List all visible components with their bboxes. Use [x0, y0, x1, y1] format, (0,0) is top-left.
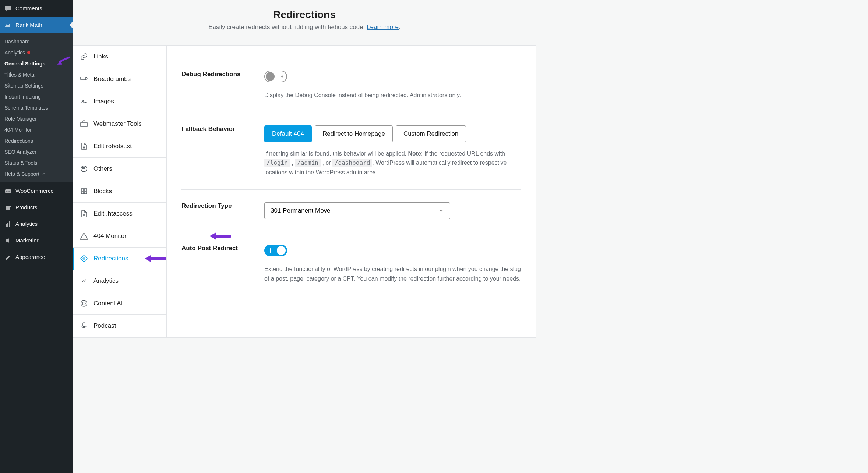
tab-label: Webmaster Tools [93, 120, 142, 128]
sidebar-subitem-label: Analytics [4, 50, 25, 56]
select-redirection-type[interactable]: 301 Permanent Move [264, 202, 450, 219]
sidebar-item-label: Products [15, 204, 37, 210]
field-fallback-behavior: Fallback Behavior Default 404 Redirect t… [181, 113, 521, 190]
tab-podcast[interactable]: Podcast [73, 315, 166, 337]
toggle-knob [266, 72, 275, 81]
tab-404-monitor[interactable]: 404 Monitor [73, 225, 166, 248]
sidebar-subitem-role-manager[interactable]: Role Manager [0, 113, 73, 124]
images-icon [80, 97, 88, 106]
sidebar-item-marketing[interactable]: Marketing [0, 232, 73, 249]
sidebar-subitem-titles-meta[interactable]: Titles & Meta [0, 69, 73, 80]
svg-text:woo: woo [6, 190, 11, 193]
sidebar-item-rank-math[interactable]: Rank Math [0, 17, 73, 33]
annotation-arrow-icon [144, 253, 166, 264]
sidebar-subitem-404-monitor[interactable]: 404 Monitor [0, 124, 73, 135]
tab-label: Redirections [93, 255, 128, 262]
field-help-text: Display the Debug Console instead of bei… [264, 90, 521, 100]
tab-edit-htaccess[interactable]: Edit .htaccess [73, 203, 166, 225]
svg-rect-17 [84, 189, 87, 191]
learn-more-link[interactable]: Learn more [367, 24, 399, 31]
sidebar-subitem-label: Status & Tools [4, 160, 37, 166]
sidebar-subitem-sitemap-settings[interactable]: Sitemap Settings [0, 80, 73, 91]
sidebar-subitem-label: Redirections [4, 138, 33, 144]
field-redirection-type: Redirection Type 301 Permanent Move [181, 190, 521, 232]
tab-images[interactable]: Images [73, 90, 166, 113]
sidebar-item-products[interactable]: Products [0, 199, 73, 216]
tab-label: Breadcrumbs [93, 75, 131, 83]
tab-webmaster-tools[interactable]: Webmaster Tools [73, 113, 166, 135]
sidebar-subitem-redirections[interactable]: Redirections [0, 135, 73, 146]
fallback-option-custom-redirection[interactable]: Custom Redirection [396, 125, 466, 142]
toolbox-icon [80, 120, 88, 128]
sidebar-subitem-dashboard[interactable]: Dashboard [0, 36, 73, 47]
fallback-option-default-404[interactable]: Default 404 [264, 125, 312, 142]
settings-panel: Debug Redirections Display the Debug Con… [167, 46, 536, 337]
tab-redirections[interactable]: Redirections [73, 248, 166, 270]
svg-rect-18 [81, 192, 84, 194]
sidebar-subitem-status-tools[interactable]: Status & Tools [0, 157, 73, 168]
sidebar-subitem-seo-analyzer[interactable]: SEO Analyzer [0, 146, 73, 157]
sidebar-subitem-analytics[interactable]: Analytics [0, 47, 73, 58]
tab-label: Images [93, 98, 114, 105]
wp-admin-sidebar: Comments Rank Math DashboardAnalyticsGen… [0, 0, 73, 473]
links-icon [80, 52, 88, 61]
tab-blocks[interactable]: Blocks [73, 180, 166, 203]
field-label: Auto Post Redirect [181, 245, 264, 252]
svg-point-11 [83, 147, 85, 148]
svg-rect-4 [6, 224, 7, 227]
settings-tabs: LinksBreadcrumbsImagesWebmaster ToolsEdi… [73, 46, 167, 337]
blocks-icon [80, 187, 88, 196]
svg-rect-2 [6, 206, 11, 207]
select-value: 301 Permanent Move [271, 207, 331, 214]
field-auto-post-redirect: Auto Post Redirect Extend the functional… [181, 232, 521, 296]
sidebar-item-comments[interactable]: Comments [0, 0, 73, 17]
svg-rect-7 [81, 77, 86, 80]
field-label: Debug Redirections [181, 71, 264, 78]
redirect-icon [80, 254, 88, 263]
page-title: Redirections [73, 9, 536, 21]
tab-others[interactable]: Others [73, 158, 166, 180]
breadcrumb-icon [80, 75, 88, 83]
sidebar-item-woocommerce[interactable]: wooWooCommerce [0, 182, 73, 199]
rank-math-submenu: DashboardAnalyticsGeneral SettingsTitles… [0, 33, 73, 182]
woo-icon: woo [4, 187, 12, 195]
tab-label: Content AI [93, 300, 123, 307]
notification-dot-icon [27, 51, 30, 54]
sidebar-item-analytics[interactable]: Analytics [0, 216, 73, 232]
tab-analytics[interactable]: Analytics [73, 270, 166, 292]
sidebar-subitem-label: Sitemap Settings [4, 83, 43, 89]
sidebar-subitem-schema-templates[interactable]: Schema Templates [0, 102, 73, 113]
tab-label: Others [93, 165, 112, 173]
toggle-debug-redirections[interactable] [264, 71, 287, 82]
sidebar-subitem-label: Titles & Meta [4, 72, 34, 78]
fallback-option-redirect-homepage[interactable]: Redirect to Homepage [315, 125, 393, 142]
sidebar-subitem-label: Dashboard [4, 39, 30, 45]
svg-rect-10 [81, 122, 87, 127]
ai-icon [80, 299, 88, 308]
fallback-button-group: Default 404 Redirect to Homepage Custom … [264, 125, 521, 142]
tab-content-ai[interactable]: Content AI [73, 292, 166, 315]
sidebar-subitem-help-support[interactable]: Help & Support↗ [0, 168, 73, 179]
external-link-icon: ↗ [42, 172, 45, 177]
tab-edit-robots-txt[interactable]: Edit robots.txt [73, 135, 166, 158]
svg-rect-6 [9, 221, 10, 227]
sidebar-item-label: WooCommerce [15, 188, 54, 194]
page-header: Redirections Easily create redirects wit… [73, 0, 536, 45]
field-label: Redirection Type [181, 202, 264, 210]
archive-icon [4, 204, 12, 211]
svg-point-25 [82, 302, 85, 305]
annotation-arrow-icon [209, 231, 231, 241]
megaphone-icon [4, 237, 12, 244]
svg-rect-5 [7, 223, 8, 227]
file-icon [80, 209, 88, 218]
sidebar-subitem-general-settings[interactable]: General Settings [0, 58, 73, 69]
tab-breadcrumbs[interactable]: Breadcrumbs [73, 68, 166, 90]
toggle-auto-post-redirect[interactable] [264, 245, 287, 256]
tab-label: Podcast [93, 322, 116, 330]
sidebar-item-label: Rank Math [15, 22, 42, 28]
page-subtitle: Easily create redirects without fiddling… [73, 24, 536, 31]
tab-label: Analytics [93, 277, 119, 285]
tab-links[interactable]: Links [73, 46, 166, 68]
sidebar-item-appearance[interactable]: Appearance [0, 249, 73, 265]
sidebar-subitem-instant-indexing[interactable]: Instant Indexing [0, 91, 73, 102]
